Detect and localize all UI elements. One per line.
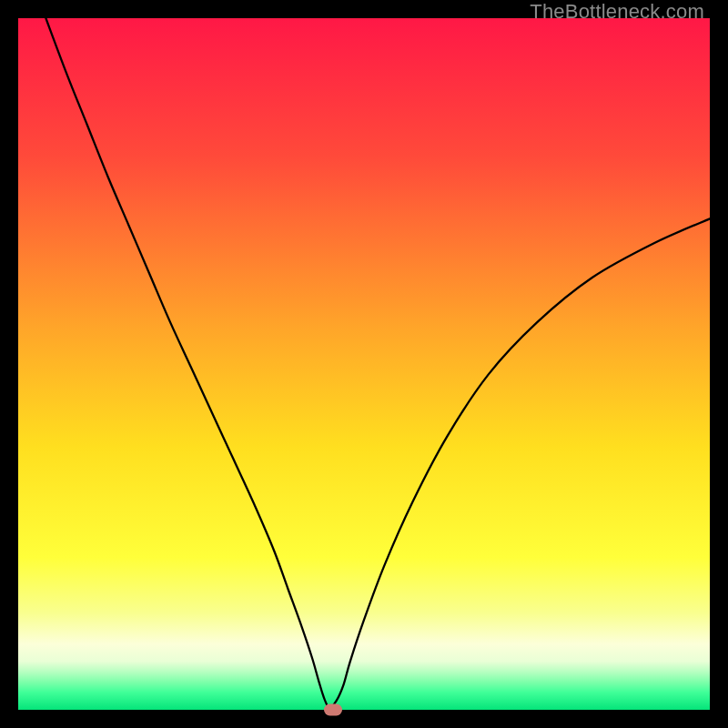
background-gradient — [18, 18, 710, 710]
chart-frame: TheBottleneck.com — [0, 0, 728, 728]
plot-area — [18, 18, 710, 710]
optimum-marker — [324, 704, 342, 716]
watermark-text: TheBottleneck.com — [530, 0, 704, 24]
svg-rect-0 — [18, 18, 710, 710]
